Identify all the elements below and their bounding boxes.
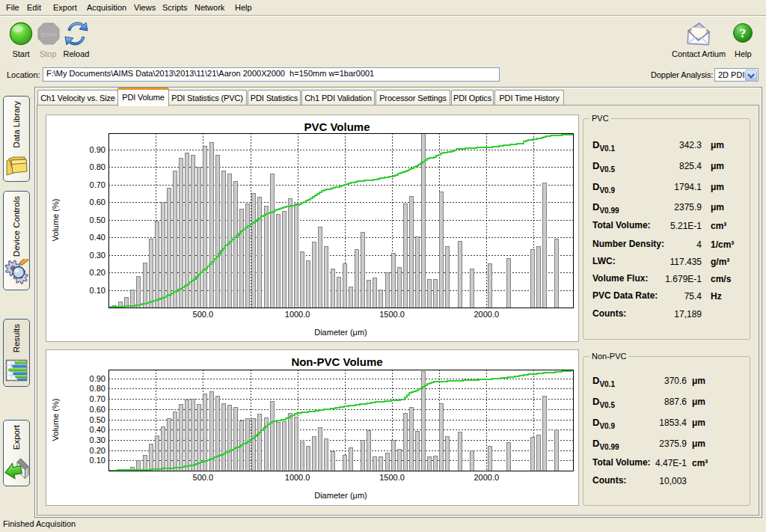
svg-text:1000.0: 1000.0 [285,473,310,482]
svg-text:0.20: 0.20 [90,446,105,455]
svg-text:0.60: 0.60 [90,405,105,414]
svg-text:0.30: 0.30 [90,251,105,260]
svg-text:1500.0: 1500.0 [379,473,405,482]
svg-text:1500.0: 1500.0 [379,310,405,319]
svg-text:0.20: 0.20 [90,268,105,277]
svg-text:PVC Volume: PVC Volume [304,120,370,133]
svg-text:0.90: 0.90 [90,145,105,154]
svg-text:Non-PVC Volume: Non-PVC Volume [291,355,382,368]
svg-text:Diameter (μm): Diameter (μm) [314,328,367,337]
svg-text:0.50: 0.50 [90,415,105,424]
svg-text:500.0: 500.0 [193,310,214,319]
svg-text:0.30: 0.30 [90,435,105,444]
svg-text:0.70: 0.70 [90,180,105,189]
svg-text:0.80: 0.80 [90,384,105,393]
svg-text:0.40: 0.40 [90,233,105,242]
svg-text:2000.0: 2000.0 [474,473,499,482]
svg-text:0.50: 0.50 [90,215,105,224]
svg-text:STOP: STOP [40,31,57,38]
svg-text:?: ? [740,26,747,40]
svg-text:0.40: 0.40 [90,425,105,434]
svg-text:500.0: 500.0 [193,473,214,482]
svg-text:0.70: 0.70 [90,394,105,403]
svg-text:1000.0: 1000.0 [285,310,310,319]
svg-text:0.10: 0.10 [90,286,105,295]
svg-text:Volume (%): Volume (%) [51,199,60,242]
svg-text:2000.0: 2000.0 [474,310,499,319]
svg-text:0.10: 0.10 [90,456,105,465]
svg-text:0.80: 0.80 [90,162,105,171]
svg-text:0.60: 0.60 [90,198,105,207]
svg-text:Diameter (μm): Diameter (μm) [314,491,367,500]
svg-text:0.90: 0.90 [90,374,105,383]
svg-text:Volume (%): Volume (%) [51,399,60,441]
